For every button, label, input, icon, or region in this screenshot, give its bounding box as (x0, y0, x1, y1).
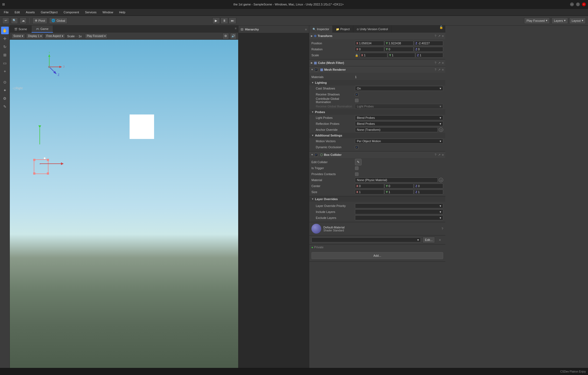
bc-material-target-icon[interactable]: ◎ (439, 178, 443, 182)
mf-menu-btn[interactable]: ≡ (442, 61, 444, 65)
pivot-button[interactable]: ⊕ Pivot (32, 17, 47, 24)
rotation-y-field[interactable]: Y 0 (385, 47, 414, 52)
edit-collider-btn[interactable]: ✎ (355, 159, 362, 165)
menu-services[interactable]: Services (82, 10, 99, 15)
mr-help-btn[interactable]: ? (434, 68, 436, 72)
is-trigger-checkbox[interactable] (355, 166, 359, 170)
menu-edit[interactable]: Edit (12, 10, 23, 15)
lighting-section[interactable]: ▼ Lighting (309, 80, 445, 85)
tool-transform[interactable]: ⌖ (1, 67, 9, 75)
size-z-field[interactable]: Z 1 (414, 190, 443, 194)
search-button[interactable]: 🔍 (11, 17, 18, 24)
cloud-button[interactable]: ☁ (20, 17, 27, 24)
close-button[interactable]: ✕ (582, 2, 586, 6)
tab-scene[interactable]: 🎬 Scene (10, 26, 32, 33)
play-button[interactable]: ▶ (212, 17, 220, 24)
anchor-target-icon[interactable]: ◎ (439, 128, 443, 132)
scale-y-field[interactable]: Y 1 (388, 53, 415, 58)
tool-custom2[interactable]: ✦ (1, 86, 9, 94)
exclude-layers-dropdown[interactable]: ▾ (355, 215, 443, 220)
menu-gameobject[interactable]: GameObject (38, 10, 60, 15)
mr-menu-btn[interactable]: ≡ (442, 68, 444, 72)
material-dropdown[interactable]: ▾ (311, 237, 421, 242)
reflection-probes-dropdown[interactable]: Blend Probes ▾ (355, 121, 443, 126)
light-probes-dropdown[interactable]: Blend Probes ▾ (355, 115, 443, 120)
add-component-btn[interactable]: Add... (311, 252, 443, 259)
menu-help[interactable]: Help (117, 10, 128, 15)
bc-enabled-checkbox[interactable] (314, 153, 318, 157)
cast-shadows-dropdown[interactable]: On ▾ (355, 86, 443, 91)
inspector-lock-btn[interactable]: 🔓 (437, 26, 445, 33)
panel-options-btn[interactable]: ≡ (233, 26, 238, 33)
display-dropdown[interactable]: Display 1 ▾ (26, 33, 43, 39)
menu-component[interactable]: Component (61, 10, 82, 15)
position-y-field[interactable]: Y 1.922438 (385, 41, 414, 46)
mr-options-btn[interactable]: ↗ (438, 68, 440, 72)
bc-options-btn[interactable]: ↗ (438, 153, 440, 157)
additional-settings-section[interactable]: ▼ Additional Settings (309, 133, 445, 138)
scene-audio-btn[interactable]: 🔊 (230, 33, 237, 39)
motion-vectors-dropdown[interactable]: Per Object Motion ▾ (355, 139, 443, 144)
probes-section[interactable]: ▼ Probes (309, 109, 445, 115)
layers-dropdown[interactable]: Layers ▾ (552, 17, 568, 24)
selected-object[interactable] (34, 159, 48, 174)
center-z-field[interactable]: Z 0 (414, 184, 443, 188)
tool-hand[interactable]: ✋ (1, 27, 9, 34)
tool-move[interactable]: ✛ (1, 35, 9, 42)
lop-dropdown[interactable]: ▾ (355, 203, 443, 208)
layer-overrides-header[interactable]: ▼ Layer Overrides (309, 196, 445, 202)
position-x-field[interactable]: X 1.056534 (355, 41, 384, 46)
tab-inspector[interactable]: 🔍 Inspector (309, 26, 333, 33)
menu-window[interactable]: Window (100, 10, 116, 15)
receive-gi-dropdown[interactable]: Light Probes ▾ (355, 104, 443, 109)
bc-help-btn[interactable]: ? (434, 153, 436, 157)
undo-button[interactable]: ↩ (2, 17, 9, 24)
tab-game[interactable]: 🎮 Game (32, 26, 53, 33)
inspector-scroll[interactable]: ▶ ⊕ Transform ? ↗ ≡ Position (309, 33, 445, 375)
hierarchy-menu-btn[interactable]: ≡ (305, 28, 307, 31)
transform-help-btn[interactable]: ? (434, 34, 436, 38)
tool-rect[interactable]: ▭ (1, 59, 9, 67)
minimize-button[interactable]: — (570, 2, 574, 6)
menu-assets[interactable]: Assets (23, 10, 38, 15)
mr-enabled-checkbox[interactable] (314, 68, 318, 72)
tool-scale[interactable]: ⊞ (1, 51, 9, 59)
material-edit-btn[interactable]: Edit... (422, 237, 435, 243)
scene-settings-btn[interactable]: ⚙ (222, 33, 229, 39)
receive-shadows-checkbox[interactable] (355, 93, 359, 96)
size-y-field[interactable]: Y 1 (385, 190, 414, 194)
contribute-gi-checkbox[interactable] (355, 99, 359, 102)
mesh-filter-header[interactable]: ▶ ▦ Cube (Mesh Filter) ? ↗ ≡ (309, 60, 445, 66)
rotation-x-field[interactable]: X 0 (355, 47, 384, 52)
transform-menu-btn[interactable]: ≡ (442, 34, 444, 38)
maximize-button[interactable]: □ (576, 2, 580, 6)
material-help-btn[interactable]: ? (442, 227, 443, 230)
mesh-renderer-header[interactable]: ▼ ▦ Mesh Renderer ? ↗ ≡ (309, 66, 445, 73)
size-x-field[interactable]: X 1 (355, 190, 384, 194)
box-collider-header[interactable]: ▼ ⬡ Box Collider ? ↗ ≡ (309, 151, 445, 158)
scale-x-field[interactable]: X 1 (360, 53, 387, 58)
scale-z-field[interactable]: Z 1 (416, 53, 443, 58)
tab-project[interactable]: 📁 Project (333, 26, 353, 33)
center-x-field[interactable]: X 0 (355, 184, 384, 188)
tool-custom1[interactable]: ⊙ (1, 78, 9, 86)
bc-menu-btn[interactable]: ≡ (442, 153, 444, 157)
provides-contacts-checkbox[interactable] (355, 172, 359, 176)
center-y-field[interactable]: Y 0 (385, 184, 414, 188)
tool-custom4[interactable]: ✎ (1, 103, 9, 110)
scene-viewport[interactable]: Y X Z ◁ Right (10, 40, 238, 375)
material-list-btn[interactable]: ≡ (437, 237, 443, 243)
mf-options-btn[interactable]: ↗ (438, 61, 440, 65)
position-z-field[interactable]: Z -2.40227 (414, 41, 443, 46)
step-button[interactable]: ⏭ (229, 17, 236, 24)
play-focused-scene-dropdown[interactable]: Play Focused ▾ (85, 33, 108, 39)
rotation-z-field[interactable]: Z 0 (414, 47, 443, 52)
aspect-dropdown[interactable]: Free Aspect ▾ (45, 33, 65, 39)
tool-rotate[interactable]: ↻ (1, 43, 9, 51)
menu-file[interactable]: File (1, 10, 11, 15)
dynamic-occlusion-checkbox[interactable] (355, 145, 359, 149)
global-button[interactable]: 🌐 Global (49, 17, 68, 24)
pause-button[interactable]: ⏸ (220, 17, 228, 24)
play-focused-dropdown[interactable]: Play Focused ▾ (524, 17, 550, 24)
scene-game-dropdown[interactable]: Scene ▾ (11, 33, 25, 39)
